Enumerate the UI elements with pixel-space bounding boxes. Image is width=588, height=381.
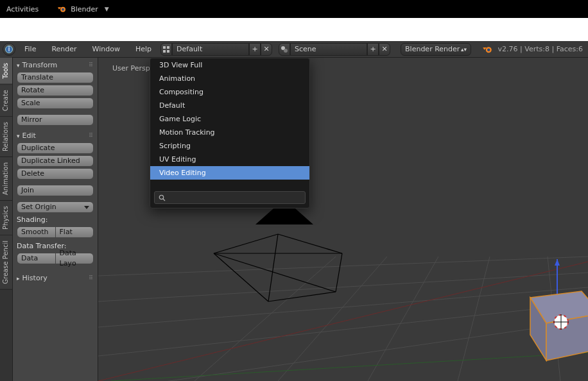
data-button[interactable]: Data: [17, 253, 55, 264]
smooth-button[interactable]: Smooth: [17, 226, 55, 238]
rotate-button[interactable]: Rotate: [17, 85, 94, 96]
layout-search-input[interactable]: [169, 194, 301, 202]
svg-rect-4: [163, 46, 166, 49]
svg-line-39: [163, 199, 165, 201]
svg-point-38: [159, 195, 163, 199]
tool-category-tabs: Tools Create Relations Animation Physics…: [0, 58, 13, 381]
render-engine-dropdown[interactable]: Blender Render ▴▾: [401, 43, 471, 56]
svg-text:i: i: [8, 46, 10, 53]
vtab-grease-pencil[interactable]: Grease Pencil: [0, 235, 12, 290]
scene-field[interactable]: Scene: [290, 43, 367, 56]
vtab-relations[interactable]: Relations: [0, 117, 12, 157]
3d-viewport[interactable]: User Persp: [98, 58, 588, 381]
duplicate-button[interactable]: Duplicate: [17, 142, 94, 154]
layout-option-default[interactable]: Default: [150, 99, 309, 112]
flat-button[interactable]: Flat: [55, 226, 94, 238]
layout-option-uvediting[interactable]: UV Editing: [150, 153, 309, 166]
grip-icon: ⠿: [89, 132, 94, 139]
plus-icon: +: [370, 45, 376, 53]
svg-line-27: [278, 234, 342, 253]
layout-option-scripting[interactable]: Scripting: [150, 139, 309, 153]
blender-logo-icon: [481, 44, 493, 55]
grid-icon: [163, 46, 169, 53]
svg-line-29: [268, 292, 336, 301]
mirror-button[interactable]: Mirror: [17, 114, 94, 126]
join-button[interactable]: Join: [17, 185, 94, 196]
x-icon: ✕: [381, 45, 387, 53]
scale-button[interactable]: Scale: [17, 97, 94, 109]
delete-button[interactable]: Delete: [17, 168, 94, 180]
svg-marker-31: [555, 259, 560, 266]
svg-point-1: [62, 8, 64, 11]
svg-line-20: [458, 257, 490, 381]
svg-point-11: [487, 48, 490, 51]
svg-rect-5: [167, 46, 169, 49]
screen-layout-menu: 3D View Full Animation Compositing Defau…: [150, 58, 310, 208]
svg-line-30: [268, 234, 278, 301]
screen-layout-value: Default: [177, 45, 202, 53]
vtab-tools[interactable]: Tools: [0, 58, 12, 85]
layout-option-gamelogic[interactable]: Game Logic: [150, 112, 309, 126]
vtab-physics[interactable]: Physics: [0, 201, 12, 235]
editor-type-button[interactable]: i: [3, 43, 15, 56]
svg-line-24: [214, 253, 268, 301]
transform-title: Transform: [22, 61, 58, 69]
svg-rect-7: [167, 50, 169, 53]
layout-option-videoediting[interactable]: Video Editing: [150, 166, 309, 180]
history-panel-header[interactable]: History⠿: [17, 272, 94, 284]
layout-option-compositing[interactable]: Compositing: [150, 85, 309, 99]
scene-delete-button[interactable]: ✕: [379, 43, 390, 56]
vtab-animation[interactable]: Animation: [0, 157, 12, 201]
menu-render[interactable]: Render: [45, 41, 83, 58]
blender-app-menu[interactable]: Blender ▼: [56, 4, 109, 14]
duplicate-linked-button[interactable]: Duplicate Linked: [17, 155, 94, 167]
layout-option-3dviewfull[interactable]: 3D View Full: [150, 58, 309, 72]
search-icon: [159, 194, 166, 201]
info-icon: i: [5, 46, 13, 53]
edit-panel-header[interactable]: Edit⠿: [17, 130, 94, 141]
screen-delete-button[interactable]: ✕: [261, 43, 272, 56]
scene-group: Scene + ✕: [279, 43, 390, 56]
translate-button[interactable]: Translate: [17, 72, 94, 83]
activities-menu[interactable]: Activities: [6, 5, 39, 13]
screen-layout-field[interactable]: Default: [172, 43, 249, 56]
screen-add-button[interactable]: +: [249, 43, 261, 56]
menu-file[interactable]: File: [18, 41, 42, 58]
svg-line-23: [214, 234, 278, 253]
y-axis: [111, 353, 588, 381]
tool-shelf: Transform⠿ Translate Rotate Scale Mirror…: [13, 58, 98, 381]
x-icon: ✕: [263, 45, 269, 53]
blender-app-label: Blender: [71, 5, 98, 13]
blank-gap: [0, 18, 588, 41]
chevron-down-icon: ▼: [105, 6, 109, 12]
scene-add-button[interactable]: +: [367, 43, 379, 56]
menu-help[interactable]: Help: [129, 41, 158, 58]
chevron-up-down-icon: ▴▾: [461, 46, 467, 53]
svg-point-9: [284, 49, 288, 53]
render-engine-value: Blender Render: [405, 45, 460, 53]
shading-label: Shading:: [17, 216, 94, 224]
grip-icon: ⠿: [89, 275, 94, 281]
screen-browse-button[interactable]: [160, 43, 172, 56]
history-title: History: [22, 274, 48, 282]
scene-icon: [281, 46, 288, 53]
plus-icon: +: [252, 45, 257, 53]
blender-logo-icon: [56, 4, 67, 14]
layout-option-animation[interactable]: Animation: [150, 72, 309, 85]
layout-option-motiontracking[interactable]: Motion Tracking: [150, 126, 309, 139]
layout-search-field[interactable]: [154, 191, 306, 204]
menu-window[interactable]: Window: [86, 41, 126, 58]
data-layout-button[interactable]: Data Layo: [55, 253, 94, 264]
camera-object[interactable]: [207, 192, 374, 321]
grip-icon: ⠿: [89, 62, 94, 68]
vtab-create[interactable]: Create: [0, 85, 12, 117]
set-origin-dropdown[interactable]: Set Origin: [17, 201, 94, 213]
system-top-bar: Activities Blender ▼: [0, 0, 588, 18]
scene-browse-button[interactable]: [279, 43, 290, 56]
svg-line-28: [336, 253, 342, 292]
default-cube[interactable]: [524, 259, 588, 362]
scene-stats: v2.76 | Verts:8 | Faces:6: [498, 45, 585, 53]
main-area: Tools Create Relations Animation Physics…: [0, 58, 588, 381]
scene-value: Scene: [295, 45, 316, 53]
transform-panel-header[interactable]: Transform⠿: [17, 59, 94, 71]
